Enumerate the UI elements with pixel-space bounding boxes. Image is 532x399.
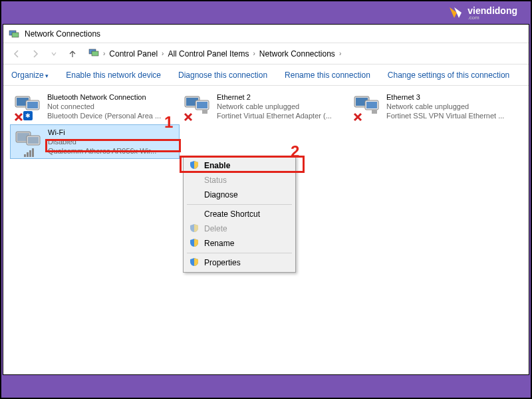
breadcrumb-item[interactable]: All Control Panel Items: [168, 49, 249, 59]
chevron-right-icon: ›: [103, 50, 105, 57]
breadcrumb-item[interactable]: Network Connections: [259, 49, 335, 59]
ctx-label: Diagnose: [204, 190, 238, 200]
device-icon: [184, 92, 213, 122]
toolbar: Organize Enable this network device Diag…: [3, 65, 529, 86]
connection-status: Not connected: [47, 102, 161, 111]
connection-device: Fortinet SSL VPN Virtual Ethernet ...: [386, 111, 504, 120]
ctx-create-shortcut[interactable]: Create Shortcut: [186, 207, 293, 221]
ctx-label: Properties: [204, 258, 241, 267]
page-top-bar: viendidong .com: [1, 1, 531, 24]
ctx-label: Delete: [204, 224, 227, 233]
disabled-x-icon: [184, 112, 193, 122]
connection-device: Bluetooth Device (Personal Area ...: [47, 111, 161, 120]
connection-bluetooth[interactable]: ✱ Bluetooth Network Connection Not conne…: [10, 90, 180, 124]
svg-rect-11: [197, 102, 207, 108]
rename-button[interactable]: Rename this connection: [285, 70, 370, 80]
back-button[interactable]: [9, 46, 25, 62]
shield-icon: [190, 223, 199, 233]
network-connections-icon: [9, 29, 19, 39]
shield-icon: [190, 160, 199, 170]
up-button[interactable]: [65, 46, 80, 62]
recent-dropdown-icon[interactable]: [46, 46, 62, 62]
device-icon: [15, 128, 44, 157]
connections-grid: ✱ Bluetooth Network Connection Not conne…: [10, 90, 522, 159]
svg-rect-7: [27, 102, 38, 108]
ctx-enable[interactable]: Enable: [186, 158, 293, 173]
change-settings-button[interactable]: Change settings of this connection: [388, 70, 509, 80]
svg-rect-12: [202, 110, 207, 114]
connection-status: Network cable unplugged: [386, 102, 504, 111]
ctx-label: Create Shortcut: [204, 209, 260, 219]
shield-icon: [190, 238, 199, 247]
connection-name: Ethernet 3: [386, 92, 504, 102]
ctx-label: Status: [204, 176, 227, 185]
chevron-right-icon: ›: [339, 50, 341, 57]
connection-name: Ethernet 2: [217, 92, 332, 102]
ctx-separator: [187, 204, 292, 205]
ctx-separator: [187, 253, 292, 253]
breadcrumb[interactable]: › Control Panel › All Control Panel Item…: [88, 47, 345, 60]
context-menu: Enable Status Diagnose Create Shortcut D…: [183, 156, 296, 273]
titlebar: Network Connections: [3, 25, 529, 43]
enable-device-button[interactable]: Enable this network device: [66, 70, 161, 80]
connection-name: Wi-Fi: [48, 128, 156, 137]
connection-status: Network cable unplugged: [217, 102, 332, 111]
breadcrumb-root-icon: [88, 47, 99, 60]
connection-wifi[interactable]: Wi-Fi Disabled Qualcomm Atheros AR956x W…: [10, 124, 180, 159]
chevron-right-icon: ›: [162, 50, 164, 57]
ctx-label: Enable: [204, 161, 230, 170]
shield-icon: [190, 257, 199, 267]
device-icon: ✱: [14, 92, 43, 122]
ctx-delete: Delete: [186, 221, 293, 236]
svg-rect-16: [366, 102, 377, 108]
breadcrumb-item[interactable]: Control Panel: [109, 49, 158, 59]
svg-rect-3: [92, 51, 98, 56]
connection-status: Disabled: [48, 137, 156, 146]
navbar: › Control Panel › All Control Panel Item…: [3, 43, 529, 65]
connection-device: Fortinet Virtual Ethernet Adapter (...: [217, 111, 332, 120]
disabled-x-icon: [353, 112, 362, 122]
forward-button[interactable]: [27, 46, 43, 62]
svg-rect-1: [12, 33, 19, 37]
page-bottom-bar: [1, 375, 531, 398]
ctx-diagnose[interactable]: Diagnose: [186, 188, 293, 202]
logo-icon: [448, 5, 464, 21]
disabled-x-icon: [14, 112, 23, 122]
chevron-right-icon: ›: [253, 50, 255, 57]
svg-rect-21: [28, 137, 39, 144]
ctx-rename[interactable]: Rename: [186, 236, 293, 251]
branding-logo: viendidong .com: [448, 5, 517, 21]
window-title: Network Connections: [25, 29, 100, 39]
connection-device: Qualcomm Atheros AR956x Wir...: [48, 146, 156, 156]
device-icon: [353, 92, 382, 122]
organize-menu[interactable]: Organize: [11, 70, 49, 80]
ctx-properties[interactable]: Properties: [186, 255, 293, 270]
bluetooth-badge-icon: ✱: [23, 111, 33, 120]
connection-ethernet2[interactable]: Ethernet 2 Network cable unplugged Forti…: [180, 90, 349, 124]
ctx-label: Rename: [204, 239, 234, 248]
wifi-signal-icon: [24, 148, 34, 157]
connection-name: Bluetooth Network Connection: [47, 92, 161, 102]
ctx-status: Status: [186, 173, 293, 188]
connection-ethernet3[interactable]: Ethernet 3 Network cable unplugged Forti…: [349, 90, 519, 124]
diagnose-button[interactable]: Diagnose this connection: [178, 70, 267, 80]
svg-rect-17: [372, 110, 377, 114]
